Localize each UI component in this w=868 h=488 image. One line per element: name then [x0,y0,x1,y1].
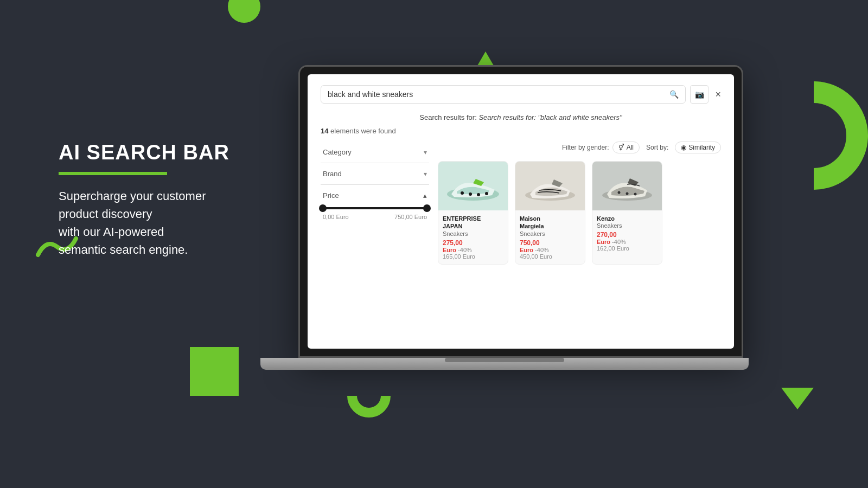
price-max-label: 750,00 Euro [394,214,427,220]
sort-by-label: Sort by: [646,144,668,151]
deco-triangle-bottom [781,388,814,409]
product-image [592,162,662,210]
radio-icon: ◉ [681,144,686,151]
left-panel: AI SEARCH BAR Supercharge your customer … [59,141,292,259]
sneaker3-svg [597,167,657,205]
products-area: Filter by gender: ⚥ All Sort by: ◉ Simil… [438,142,721,265]
page-title: AI SEARCH BAR [59,141,292,164]
deco-circle-top [228,0,260,23]
laptop-screen: 🔍 📷 × Search results for: Search results… [308,74,734,349]
product-type: Sneakers [520,230,580,237]
laptop-hinge [445,358,564,362]
product-image [438,162,508,210]
product-discount: Euro -40% [597,239,658,245]
laptop-body: 🔍 📷 × Search results for: Search results… [298,65,743,358]
price-slider-max-thumb[interactable] [423,204,431,212]
title-underline [59,172,167,175]
search-bar-row: 🔍 📷 × [321,85,721,104]
gender-filter-label: Filter by gender: [562,144,609,151]
deco-square-bottom [190,347,239,396]
product-original-price: 165,00 Euro [443,253,503,260]
products-toolbar: Filter by gender: ⚥ All Sort by: ◉ Simil… [438,142,721,153]
product-discount: Euro -40% [520,247,580,253]
category-filter[interactable]: Category ▾ [321,142,429,163]
product-card[interactable]: Kenzo Sneakers 270,00 Euro -40% 162,00 E… [592,161,662,265]
price-labels: 0,00 Euro 750,00 Euro [323,214,427,220]
svg-point-7 [618,191,621,194]
search-icon: 🔍 [669,90,679,99]
filters-panel: Category ▾ Brand ▾ Price ▴ [321,142,429,265]
laptop-mockup: 🔍 📷 × Search results for: Search results… [282,65,760,401]
category-label: Category [323,148,352,156]
product-sale-price: 270,00 [597,231,658,239]
search-input-wrap: 🔍 [321,85,686,104]
category-chevron-icon: ▾ [424,149,427,156]
product-original-price: 450,00 Euro [520,253,580,260]
gender-filter: Filter by gender: ⚥ All [562,142,640,153]
product-card[interactable]: MaisonMargiela Sneakers 750,00 Euro -40%… [515,161,585,265]
sort-similarity-button[interactable]: ◉ Similarity [675,142,721,153]
price-chevron-icon: ▴ [423,191,427,200]
main-content: Category ▾ Brand ▾ Price ▴ [321,142,721,265]
price-slider-min-thumb[interactable] [319,204,327,212]
camera-search-button[interactable]: 📷 [690,85,709,104]
product-brand: ENTERPRISEJAPAN [443,215,503,230]
sneaker2-svg [520,167,580,205]
laptop-base [260,358,749,370]
product-card-info: Kenzo Sneakers 270,00 Euro -40% 162,00 E… [592,210,662,256]
price-slider-fill [323,207,427,209]
brand-chevron-icon: ▾ [424,170,427,178]
product-sale-price: 750,00 [520,239,580,247]
product-sale-price: 275,00 [443,239,503,247]
product-type: Sneakers [597,222,658,229]
product-type: Sneakers [443,230,503,237]
svg-point-8 [626,192,629,195]
product-image [515,162,585,210]
description-text: Supercharge your customer product discov… [59,187,292,259]
product-brand: MaisonMargiela [520,215,580,230]
product-original-price: 162,00 Euro [597,245,658,252]
svg-point-2 [469,192,472,196]
product-card-info: ENTERPRISEJAPAN Sneakers 275,00 Euro -40… [438,210,508,264]
product-brand: Kenzo [597,215,658,222]
results-title: Search results for: Search results for: … [321,113,721,121]
price-filter-label: Price ▴ [323,191,427,200]
svg-point-3 [477,193,480,196]
deco-arc-right-large [760,81,868,190]
svg-point-1 [461,191,464,195]
product-discount: Euro -40% [443,247,503,253]
price-min-label: 0,00 Euro [323,214,349,220]
camera-icon: 📷 [695,90,704,99]
product-card-info: MaisonMargiela Sneakers 750,00 Euro -40%… [515,210,585,264]
products-grid: ENTERPRISEJAPAN Sneakers 275,00 Euro -40… [438,161,721,265]
product-card[interactable]: ENTERPRISEJAPAN Sneakers 275,00 Euro -40… [438,161,508,265]
gender-icon: ⚥ [618,144,624,151]
sneaker1-svg [443,167,503,205]
gender-all-button[interactable]: ⚥ All [612,142,640,153]
svg-point-4 [485,192,488,195]
app-ui: 🔍 📷 × Search results for: Search results… [308,74,734,349]
svg-point-9 [634,193,637,196]
results-count: 14 elements were found [321,127,721,135]
price-slider-track [323,207,427,209]
close-button[interactable]: × [715,89,721,100]
price-filter: Price ▴ 0,00 Euro 750,00 Euro [321,185,429,227]
search-input[interactable] [328,90,665,99]
brand-label: Brand [323,170,342,178]
brand-filter[interactable]: Brand ▾ [321,163,429,185]
